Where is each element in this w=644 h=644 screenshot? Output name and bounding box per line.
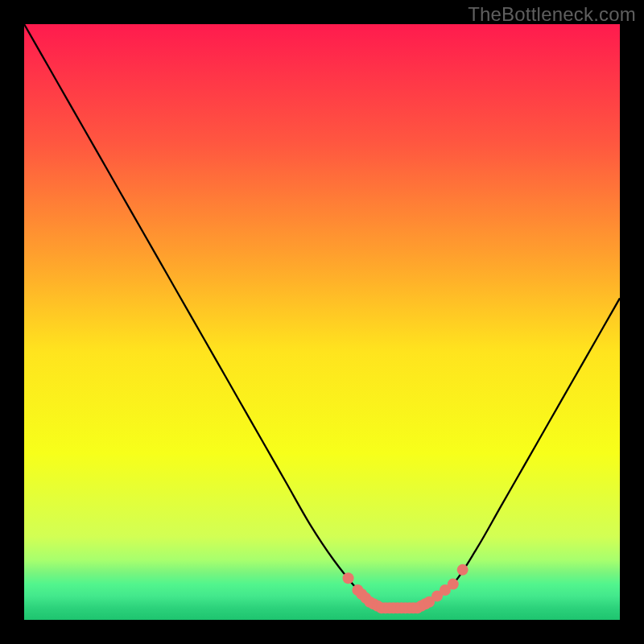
chart-stage: TheBottleneck.com	[0, 0, 644, 644]
plot-area	[24, 24, 620, 620]
highlight-dot	[448, 579, 459, 590]
highlight-dot	[343, 572, 354, 584]
gradient-background	[24, 24, 620, 620]
highlight-dot	[457, 564, 469, 576]
watermark-text: TheBottleneck.com	[468, 3, 636, 26]
plot-svg	[24, 24, 620, 620]
